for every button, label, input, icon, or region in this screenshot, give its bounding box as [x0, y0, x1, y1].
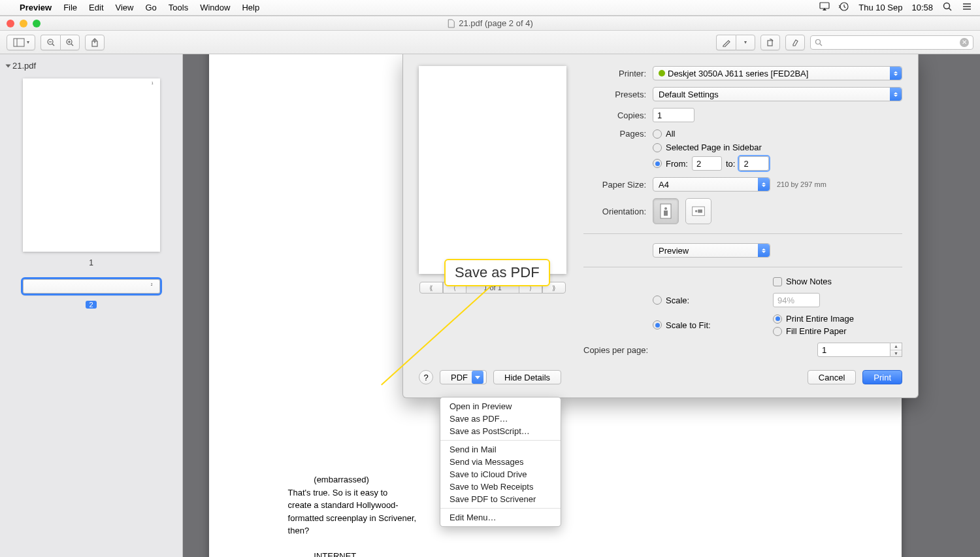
menu-edit-menu[interactable]: Edit Menu…	[440, 511, 561, 524]
document-area[interactable]: 1 (embarrassed) That's true. So is it ea…	[183, 54, 980, 557]
copies-per-page-label: Copies per page:	[583, 345, 648, 355]
pager-first[interactable]: ⟪	[419, 282, 443, 294]
menu-tools[interactable]: Tools	[169, 3, 188, 12]
spotlight-icon[interactable]	[942, 1, 953, 14]
hide-details-button[interactable]: Hide Details	[493, 370, 561, 384]
print-preview-page	[419, 66, 566, 274]
show-notes-checkbox[interactable]	[773, 277, 782, 286]
menu-help[interactable]: Help	[242, 3, 259, 12]
sidebar: 21.pdf 1 1 2 2	[0, 54, 183, 557]
orientation-portrait[interactable]	[653, 198, 679, 224]
menu-save-pdf-to-scrivener[interactable]: Save PDF to Scrivener	[440, 493, 561, 505]
pages-selected-radio[interactable]	[653, 143, 662, 152]
svg-rect-7	[14, 39, 24, 46]
markup-button[interactable]	[716, 35, 736, 50]
svg-line-3	[949, 8, 952, 11]
menu-view[interactable]: View	[116, 3, 134, 12]
svg-rect-26	[698, 209, 702, 212]
cancel-button[interactable]: Cancel	[808, 370, 856, 384]
print-button[interactable]: Print	[862, 370, 902, 384]
search-input[interactable]	[825, 38, 957, 47]
scale-input[interactable]	[773, 293, 820, 307]
menu-send-via-messages[interactable]: Send via Messages	[440, 456, 561, 468]
search-icon	[815, 39, 823, 46]
menubar-date[interactable]: Thu 10 Sep	[858, 3, 902, 12]
paper-dimensions: 210 by 297 mm	[777, 180, 826, 188]
svg-rect-0	[820, 3, 829, 8]
markup-menu[interactable]: ▾	[736, 35, 755, 50]
pdf-dropdown-menu: Open in Preview Save as PDF… Save as Pos…	[440, 397, 561, 527]
pages-to-input[interactable]	[739, 156, 769, 171]
menu-open-in-preview[interactable]: Open in Preview	[440, 400, 561, 413]
printer-status-icon	[659, 70, 665, 76]
thumbnail-1[interactable]: 1	[23, 78, 160, 252]
orientation-label: Orientation:	[583, 207, 646, 216]
notification-icon[interactable]	[962, 1, 972, 14]
menu-edit[interactable]: Edit	[89, 3, 103, 12]
orientation-landscape[interactable]	[685, 198, 711, 224]
svg-line-11	[52, 44, 54, 46]
scale-radio[interactable]	[653, 295, 662, 305]
clear-search-icon[interactable]: ✕	[960, 38, 969, 47]
fill-entire-paper-radio[interactable]	[773, 327, 782, 336]
zoom-in-button[interactable]	[60, 35, 80, 50]
menubar-time[interactable]: 10:58	[911, 3, 933, 12]
thumbnail-2[interactable]: 2	[23, 279, 160, 294]
pdf-doc-icon	[447, 19, 455, 28]
thumbnail-2-label: 2	[3, 300, 180, 309]
svg-line-15	[71, 44, 73, 46]
sidebar-file-row[interactable]: 21.pdf	[3, 59, 180, 72]
presets-label: Presets:	[583, 90, 646, 99]
window-title: 21.pdf (page 2 of 4)	[459, 18, 532, 28]
papersize-label: Paper Size:	[583, 180, 646, 190]
printer-select[interactable]: Deskjet 3050A J611 series [FED2BA]	[653, 66, 902, 80]
svg-point-19	[816, 39, 821, 44]
scale-to-fit-radio[interactable]	[653, 320, 662, 329]
svg-point-25	[695, 210, 697, 212]
minimize-button[interactable]	[20, 20, 27, 27]
papersize-select[interactable]: A4	[653, 177, 770, 192]
toolbar: ▾ ▾ ✕	[0, 31, 980, 54]
zoom-out-button[interactable]	[41, 35, 60, 50]
print-entire-image-radio[interactable]	[773, 314, 782, 324]
disclosure-icon[interactable]	[6, 64, 11, 67]
titlebar[interactable]: 21.pdf (page 2 of 4)	[0, 16, 980, 31]
menubar: Preview File Edit View Go Tools Window H…	[0, 0, 980, 16]
menu-send-in-mail[interactable]: Send in Mail	[440, 443, 561, 456]
menu-go[interactable]: Go	[145, 3, 156, 12]
svg-point-2	[944, 3, 950, 9]
pages-all-radio[interactable]	[653, 129, 662, 139]
rotate-button[interactable]	[760, 35, 780, 50]
highlight-button[interactable]	[785, 35, 805, 50]
close-button[interactable]	[7, 20, 14, 27]
pdf-menu-button[interactable]: PDF	[440, 370, 487, 384]
copies-per-page-input[interactable]	[817, 343, 890, 357]
airplay-icon[interactable]	[819, 1, 830, 14]
presets-select[interactable]: Default Settings	[653, 87, 902, 101]
printer-label: Printer:	[583, 69, 646, 78]
sidebar-toggle[interactable]: ▾	[7, 35, 35, 50]
copies-input[interactable]	[653, 108, 694, 122]
callout-save-as-pdf: Save as PDF	[444, 259, 550, 286]
search-field[interactable]: ✕	[810, 35, 973, 50]
timemachine-icon[interactable]	[839, 1, 849, 14]
zoom-button[interactable]	[33, 20, 41, 27]
copies-per-page-stepper[interactable]: ▲▼	[890, 343, 902, 357]
thumbnail-1-label: 1	[3, 258, 180, 267]
menu-save-as-pdf[interactable]: Save as PDF…	[440, 413, 561, 425]
help-button[interactable]: ?	[419, 370, 433, 384]
menu-window[interactable]: Window	[200, 3, 230, 12]
menu-save-to-web-receipts[interactable]: Save to Web Receipts	[440, 481, 561, 493]
pages-label: Pages:	[583, 129, 646, 139]
app-menu[interactable]: Preview	[20, 3, 52, 12]
svg-line-20	[820, 44, 822, 46]
chevron-down-icon	[472, 371, 483, 384]
share-button[interactable]	[85, 35, 105, 50]
pages-from-input[interactable]	[692, 156, 722, 171]
menu-save-as-postscript[interactable]: Save as PostScript…	[440, 425, 561, 437]
menu-file[interactable]: File	[63, 3, 77, 12]
preview-mode-select[interactable]: Preview	[653, 243, 770, 258]
pages-from-radio[interactable]	[653, 159, 662, 168]
menu-save-to-icloud[interactable]: Save to iCloud Drive	[440, 468, 561, 481]
svg-point-22	[664, 207, 667, 210]
